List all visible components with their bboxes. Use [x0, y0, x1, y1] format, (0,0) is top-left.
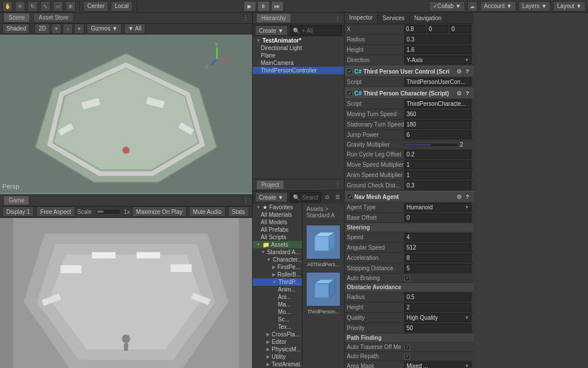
nav-height-value[interactable]: 2: [404, 303, 471, 312]
display-dropdown[interactable]: Display 1: [2, 206, 34, 217]
game-canvas[interactable]: [0, 218, 252, 368]
hierarchy-item-plane[interactable]: Plane: [253, 52, 344, 59]
hierarchy-item-thirdpersoncontroller[interactable]: ThirdPersonController: [253, 67, 344, 74]
tool-rotate[interactable]: ↻: [28, 1, 38, 12]
layers-button[interactable]: Layers ▼: [519, 1, 551, 12]
tool-transform[interactable]: ⊕: [65, 1, 76, 12]
tool-rect[interactable]: ▭: [53, 1, 63, 12]
stopping-distance-value[interactable]: 5: [404, 264, 471, 273]
nav-radius-value[interactable]: 0.5: [404, 293, 471, 301]
project-settings-icon[interactable]: ☰: [334, 193, 342, 201]
component-enabled-checkbox[interactable]: [347, 68, 353, 74]
crossplay-folder[interactable]: ▶ CrossPla...: [253, 331, 302, 338]
asset-store-tab[interactable]: Asset Store: [33, 13, 74, 22]
hierarchy-item-directionallight[interactable]: Directional Light: [253, 44, 344, 52]
agent-type-dropdown[interactable]: Humanoid ▼: [404, 203, 471, 212]
project-create-btn[interactable]: Create ▼: [255, 192, 288, 202]
layout-button[interactable]: Layout ▼: [553, 1, 586, 12]
navigation-tab[interactable]: Navigation: [410, 13, 447, 24]
gravity-slider[interactable]: [404, 144, 458, 146]
audio-icon[interactable]: ♪: [63, 24, 73, 34]
hierarchy-search-input[interactable]: [302, 28, 339, 34]
local-toggle[interactable]: Local: [111, 1, 133, 12]
hierarchy-create-btn[interactable]: Create ▼: [255, 25, 288, 36]
tool-move[interactable]: ✛: [15, 1, 25, 12]
hierarchy-tab[interactable]: Hierarchy: [256, 13, 291, 23]
base-offset-value[interactable]: 0: [404, 213, 471, 222]
assets-folder[interactable]: ▼ 📁 Assets: [253, 241, 302, 248]
component-help-icon[interactable]: ?: [463, 67, 471, 75]
acceleration-value[interactable]: 8: [404, 254, 471, 262]
aspect-dropdown[interactable]: Free Aspect: [36, 206, 75, 217]
hierarchy-item-testanimator[interactable]: ▼ TestAnimator*: [253, 37, 344, 44]
favorites-all-materials[interactable]: All Materials: [253, 211, 302, 218]
ma-folder[interactable]: Ma...: [253, 301, 302, 308]
cloud-icon[interactable]: ☁: [467, 1, 478, 12]
gravity-value[interactable]: 2: [460, 141, 471, 148]
testanimat-folder[interactable]: ▶ TestAnimat...: [253, 361, 302, 368]
script-value2[interactable]: ThirdPersonCharacte...: [404, 99, 471, 108]
speed-value[interactable]: 4: [404, 233, 471, 241]
utility-folder[interactable]: ▶ Utility: [253, 353, 302, 361]
angular-speed-value[interactable]: 512: [404, 243, 471, 252]
tool-hand[interactable]: ✋: [2, 1, 13, 12]
favorites-all-scripts[interactable]: All Scripts: [253, 233, 302, 241]
component-settings-icon2[interactable]: ⚙: [457, 90, 462, 97]
all-dropdown[interactable]: ▼ All: [124, 24, 145, 34]
run-cycle-value[interactable]: 0.2: [404, 150, 471, 159]
component-enabled-checkbox2[interactable]: [347, 90, 353, 96]
physicsm-folder[interactable]: ▶ PhysicsM...: [253, 346, 302, 353]
project-search-input[interactable]: [302, 194, 318, 201]
quality-dropdown[interactable]: High Quality ▼: [404, 313, 471, 322]
project-nav-icon[interactable]: ⊙: [323, 193, 331, 201]
account-button[interactable]: Account ▼: [480, 1, 516, 12]
direction-dropdown[interactable]: Y-Axis ▼: [404, 56, 471, 64]
height-value-top[interactable]: 1.6: [404, 45, 471, 54]
editor-folder[interactable]: ▶ Editor: [253, 338, 302, 346]
pause-button[interactable]: ⏸: [257, 1, 270, 12]
play-button[interactable]: ▶: [243, 1, 256, 12]
auto-braking-checkbox[interactable]: [404, 275, 410, 281]
anim-speed-value[interactable]: 1: [404, 171, 471, 179]
character-folder[interactable]: ▼ Character...: [253, 256, 302, 263]
scene-tab[interactable]: Scene: [3, 13, 30, 22]
stationary-turn-speed-value[interactable]: 180: [404, 120, 471, 129]
stats-button[interactable]: Stats: [228, 206, 249, 217]
nav-mesh-enabled-checkbox[interactable]: [347, 194, 353, 200]
mo-folder[interactable]: Mo...: [253, 308, 302, 316]
project-tab[interactable]: Project: [256, 180, 284, 190]
transform-x-field[interactable]: 0.8: [404, 25, 426, 33]
moving-turn-speed-value[interactable]: 360: [404, 110, 471, 118]
game-tab[interactable]: Game: [3, 195, 29, 205]
thumbnail-thirdperson[interactable]: ThirdPerson...: [306, 270, 341, 315]
favorites-all-models[interactable]: All Models: [253, 218, 302, 226]
shaded-dropdown[interactable]: Shaded: [2, 24, 30, 34]
step-button[interactable]: ⏭: [271, 1, 284, 12]
gizmos-dropdown[interactable]: Gizmos ▼: [87, 24, 122, 34]
ani-folder[interactable]: Ani...: [253, 293, 302, 301]
nav-mesh-settings-icon[interactable]: ⚙: [457, 194, 462, 200]
favorites-all-prefabs[interactable]: All Prefabs: [253, 226, 302, 233]
mute-audio-button[interactable]: Mute Audio: [189, 206, 226, 217]
services-tab[interactable]: Services: [378, 13, 409, 24]
maximize-button[interactable]: Maximize On Play: [132, 206, 187, 217]
auto-repath-checkbox[interactable]: [404, 354, 410, 359]
lighting-icon[interactable]: ☀: [51, 24, 61, 34]
move-speed-value[interactable]: 1: [404, 160, 471, 169]
favorites-folder[interactable]: ▼ ★ Favorites: [253, 204, 302, 211]
auto-traverse-checkbox[interactable]: [404, 344, 410, 350]
component-help-icon2[interactable]: ?: [463, 89, 471, 97]
anim-folder1[interactable]: Anim...: [253, 286, 302, 293]
component-settings-icon[interactable]: ⚙: [457, 68, 462, 75]
thumbnail-allthirdpers-img[interactable]: [306, 225, 341, 259]
jump-power-value[interactable]: 6: [404, 131, 471, 139]
thirdp-folder[interactable]: ▼ ThirdP...: [253, 278, 302, 286]
thumbnail-thirdperson-img[interactable]: [306, 272, 341, 306]
hierarchy-search[interactable]: 🔍: [290, 25, 342, 36]
sc-folder[interactable]: Sc...: [253, 316, 302, 323]
nav-mesh-help-icon[interactable]: ?: [463, 193, 471, 201]
project-search[interactable]: 🔍: [290, 192, 321, 202]
effects-icon[interactable]: ✦: [74, 24, 84, 34]
transform-y-field[interactable]: 0: [427, 25, 449, 33]
priority-value[interactable]: 50: [404, 324, 471, 332]
